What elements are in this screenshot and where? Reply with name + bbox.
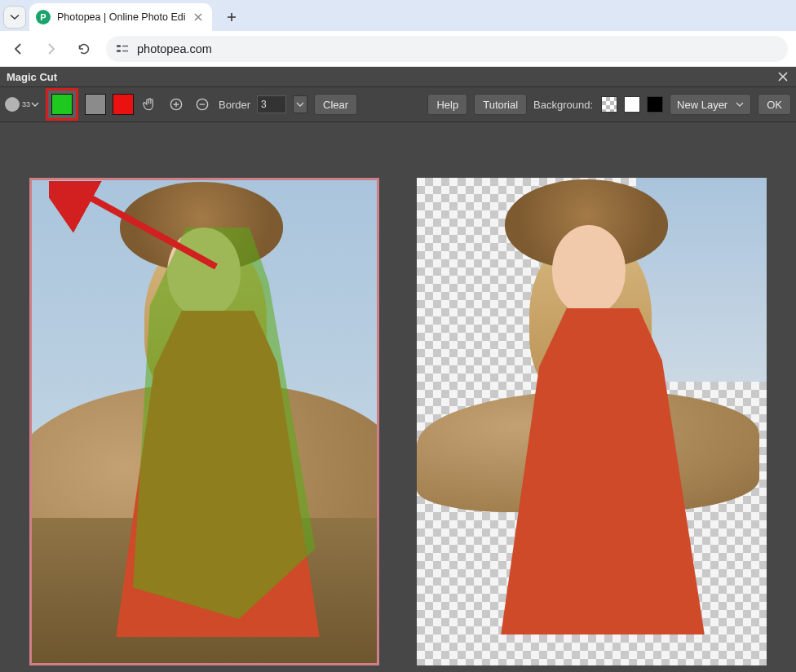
- dialog-titlebar: Magic Cut: [0, 67, 796, 86]
- source-scene: [32, 180, 377, 663]
- help-button[interactable]: Help: [427, 94, 467, 115]
- plus-icon: [226, 11, 237, 23]
- nav-back-button[interactable]: [8, 38, 29, 60]
- zoom-out-icon: [194, 96, 210, 113]
- border-dropdown-button[interactable]: [293, 95, 307, 113]
- brush-preview-icon: [5, 97, 20, 112]
- result-mode-select[interactable]: New Layer: [670, 94, 751, 115]
- background-option-transparent[interactable]: [601, 96, 617, 113]
- arrow-right-icon: [44, 42, 59, 56]
- result-mode-value: New Layer: [677, 99, 727, 111]
- help-label: Help: [436, 99, 458, 111]
- zoom-in-button[interactable]: [166, 95, 186, 114]
- red-swatch[interactable]: [113, 94, 134, 115]
- tab-search-button[interactable]: [3, 6, 26, 29]
- address-bar[interactable]: photopea.com: [106, 36, 788, 62]
- site-controls-icon[interactable]: [116, 43, 129, 55]
- chevron-down-icon: [10, 12, 20, 22]
- nav-reload-button[interactable]: [73, 38, 95, 60]
- svg-rect-0: [117, 45, 121, 47]
- source-panel[interactable]: [29, 178, 379, 665]
- favicon: P: [36, 10, 51, 24]
- app-area: Magic Cut 33 Border: [0, 67, 796, 672]
- close-icon[interactable]: [192, 11, 204, 23]
- close-icon: [777, 71, 789, 82]
- result-scene: [417, 178, 767, 665]
- hand-icon: [142, 96, 158, 113]
- background-label: Background:: [533, 99, 593, 111]
- tab-title: Photopea | Online Photo Edi: [57, 11, 186, 23]
- gray-swatch[interactable]: [85, 94, 106, 115]
- svg-rect-1: [117, 50, 121, 52]
- tab-strip: P Photopea | Online Photo Edi: [0, 0, 796, 31]
- browser-tab[interactable]: P Photopea | Online Photo Edi: [29, 3, 212, 31]
- foreground-green-swatch[interactable]: [46, 88, 78, 121]
- dialog-close-button[interactable]: [776, 70, 789, 83]
- clear-label: Clear: [323, 99, 348, 111]
- brush-size-control[interactable]: 33: [5, 97, 39, 112]
- arrow-left-icon: [11, 42, 26, 56]
- tutorial-button[interactable]: Tutorial: [474, 94, 527, 115]
- dialog-title: Magic Cut: [7, 71, 57, 83]
- reload-icon: [77, 42, 91, 56]
- ok-button[interactable]: OK: [758, 94, 791, 115]
- canvas-row: [0, 122, 796, 672]
- border-label: Border: [219, 99, 250, 111]
- chevron-down-icon: [31, 100, 39, 108]
- browser-chrome: P Photopea | Online Photo Edi photopea.c…: [0, 0, 796, 67]
- favicon-letter: P: [40, 12, 46, 22]
- brush-size-value: 33: [22, 101, 30, 108]
- clear-button[interactable]: Clear: [314, 94, 357, 115]
- ok-label: OK: [767, 99, 782, 111]
- nav-forward-button[interactable]: [41, 38, 62, 60]
- hand-tool-button[interactable]: [140, 95, 160, 114]
- green-swatch-inner: [51, 94, 73, 115]
- tutorial-label: Tutorial: [483, 99, 518, 111]
- browser-toolbar: photopea.com: [0, 31, 796, 67]
- result-panel[interactable]: [417, 178, 767, 665]
- chevron-down-icon: [736, 100, 744, 108]
- background-option-black[interactable]: [647, 96, 663, 113]
- new-tab-button[interactable]: [220, 6, 243, 29]
- background-option-white[interactable]: [624, 96, 640, 113]
- url-text: photopea.com: [137, 42, 212, 55]
- border-input[interactable]: [257, 95, 286, 113]
- zoom-in-icon: [168, 96, 184, 113]
- zoom-out-button[interactable]: [192, 95, 212, 114]
- magic-cut-toolbar: 33 Border Clear Help Tu: [0, 86, 796, 122]
- chevron-down-icon: [296, 100, 304, 108]
